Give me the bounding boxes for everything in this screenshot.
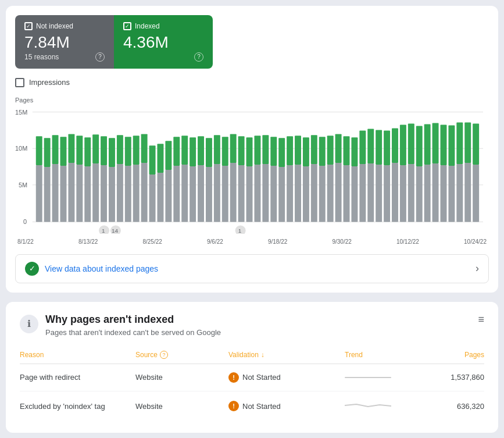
chart-svg: 15M 10M 5M 0 xyxy=(15,106,489,236)
svg-rect-31 xyxy=(125,137,131,166)
svg-rect-37 xyxy=(149,145,156,175)
svg-rect-77 xyxy=(311,135,317,164)
svg-rect-22 xyxy=(92,163,99,222)
why-header: ℹ Why pages aren't indexed Pages that ar… xyxy=(20,314,484,337)
indexed-help-icon[interactable]: ? xyxy=(194,52,203,62)
why-title: Why pages aren't indexed xyxy=(45,314,221,326)
svg-rect-64 xyxy=(262,164,269,222)
th-source: Source ? xyxy=(135,351,228,359)
svg-rect-25 xyxy=(101,136,107,165)
svg-rect-87 xyxy=(351,137,358,166)
chart-y-label: Pages xyxy=(15,97,489,104)
impressions-checkbox[interactable] xyxy=(15,78,24,87)
th-pages: Pages xyxy=(426,351,484,359)
svg-rect-108 xyxy=(441,165,447,222)
svg-text:14: 14 xyxy=(112,227,119,234)
x-label-1: 8/13/22 xyxy=(78,238,98,245)
svg-rect-62 xyxy=(254,165,260,222)
indexed-box[interactable]: ✓ Indexed 4.36M ? xyxy=(114,15,213,69)
svg-rect-45 xyxy=(181,136,188,165)
th-validation: Validation ↓ xyxy=(228,351,345,359)
svg-rect-41 xyxy=(165,141,171,170)
svg-rect-89 xyxy=(359,130,366,164)
svg-rect-96 xyxy=(392,163,398,222)
svg-rect-26 xyxy=(109,167,115,222)
svg-rect-19 xyxy=(76,136,83,165)
indexed-checkbox: ✓ xyxy=(123,22,131,30)
svg-text:10M: 10M xyxy=(15,145,27,152)
row-1-reason: Page with redirect xyxy=(20,373,135,382)
row-1-pages: 1,537,860 xyxy=(426,373,484,382)
svg-rect-9 xyxy=(36,136,42,165)
view-data-button[interactable]: ✓ View data about indexed pages › xyxy=(15,254,489,283)
svg-text:1: 1 xyxy=(238,227,242,234)
svg-rect-57 xyxy=(230,134,237,163)
svg-rect-112 xyxy=(456,164,463,222)
svg-rect-18 xyxy=(76,165,83,222)
svg-rect-66 xyxy=(270,166,277,222)
chart-x-labels: 8/1/22 8/13/22 8/25/22 9/6/22 9/18/22 9/… xyxy=(15,238,489,245)
svg-rect-8 xyxy=(36,165,42,222)
svg-rect-46 xyxy=(190,166,196,222)
row-1-source: Website xyxy=(135,373,228,382)
svg-rect-43 xyxy=(173,137,180,166)
svg-rect-93 xyxy=(376,130,382,165)
svg-rect-104 xyxy=(424,165,431,222)
svg-rect-47 xyxy=(190,137,196,166)
svg-rect-38 xyxy=(158,173,164,222)
table-header: Reason Source ? Validation ↓ Trend Pages xyxy=(20,346,484,364)
warning-icon-1: ! xyxy=(228,372,239,383)
svg-rect-110 xyxy=(448,166,455,222)
svg-rect-14 xyxy=(60,166,67,222)
row-1-validation: ! Not Started xyxy=(228,372,345,383)
svg-rect-11 xyxy=(44,138,51,167)
table-row: Excluded by 'noindex' tag Website ! Not … xyxy=(20,391,484,421)
x-label-4: 9/18/22 xyxy=(268,238,287,245)
not-indexed-box[interactable]: ✓ Not indexed 7.84M 15 reasons ? xyxy=(15,15,114,69)
svg-rect-84 xyxy=(344,165,350,222)
svg-rect-17 xyxy=(68,134,74,163)
svg-rect-70 xyxy=(287,165,293,222)
svg-rect-82 xyxy=(335,163,342,222)
svg-rect-102 xyxy=(416,166,423,222)
svg-rect-28 xyxy=(117,164,123,222)
svg-rect-39 xyxy=(158,144,164,173)
svg-rect-113 xyxy=(456,122,463,164)
svg-rect-105 xyxy=(424,124,431,165)
svg-rect-32 xyxy=(133,165,140,222)
svg-rect-69 xyxy=(278,138,285,167)
svg-text:5M: 5M xyxy=(19,181,27,188)
svg-rect-83 xyxy=(335,134,342,163)
svg-rect-101 xyxy=(408,123,414,164)
svg-rect-21 xyxy=(84,137,91,166)
x-label-0: 8/1/22 xyxy=(17,238,34,245)
svg-rect-97 xyxy=(392,128,398,163)
svg-rect-54 xyxy=(222,166,228,222)
svg-rect-114 xyxy=(464,163,471,222)
table-row: Page with redirect Website ! Not Started… xyxy=(20,364,484,391)
row-2-trend xyxy=(345,400,426,413)
x-label-2: 8/25/22 xyxy=(142,238,162,245)
svg-rect-61 xyxy=(246,137,253,166)
why-subtitle: Pages that aren't indexed can't be serve… xyxy=(45,328,221,337)
trend-line-1 xyxy=(345,377,391,378)
svg-rect-35 xyxy=(141,134,148,163)
info-circle-icon: ℹ xyxy=(20,315,38,333)
svg-rect-48 xyxy=(198,165,204,222)
source-help-icon[interactable]: ? xyxy=(160,351,168,359)
svg-rect-63 xyxy=(254,136,260,165)
svg-rect-98 xyxy=(400,165,406,222)
x-label-7: 10/24/22 xyxy=(464,238,487,245)
not-indexed-help-icon[interactable]: ? xyxy=(95,52,105,62)
svg-rect-29 xyxy=(117,135,123,164)
svg-rect-42 xyxy=(173,166,180,222)
svg-rect-106 xyxy=(432,163,439,222)
svg-rect-13 xyxy=(52,135,59,164)
svg-rect-73 xyxy=(295,136,301,165)
th-reason: Reason xyxy=(20,351,135,359)
svg-rect-53 xyxy=(214,135,220,164)
filter-icon[interactable]: ≡ xyxy=(478,314,484,326)
svg-rect-49 xyxy=(198,136,204,165)
svg-rect-117 xyxy=(473,123,479,165)
svg-rect-80 xyxy=(327,165,334,222)
